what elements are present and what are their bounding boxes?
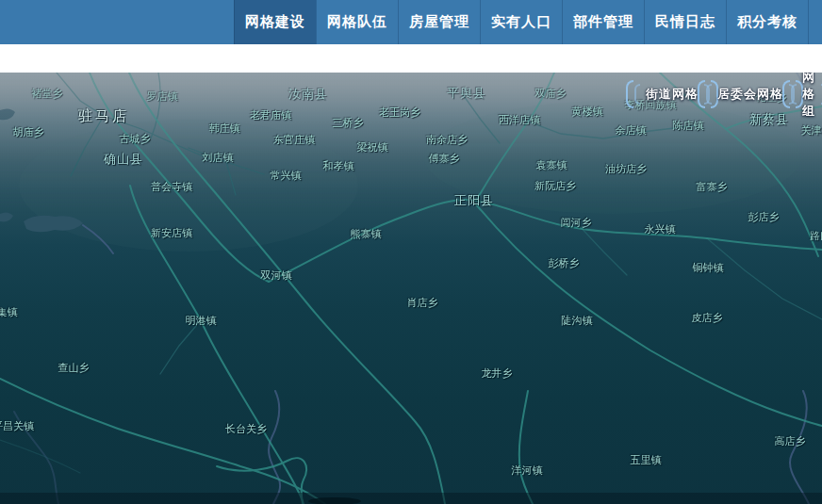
- town-label-27: 普会寺镇: [151, 180, 192, 194]
- town-label-4: 韩庄镇: [209, 122, 240, 136]
- grid-group-button[interactable]: 网格组: [782, 80, 822, 108]
- town-label-5: 老君庙镇: [250, 108, 291, 122]
- town-label-31: 闾河乡: [561, 216, 592, 230]
- town-label-47: 五里镇: [631, 453, 662, 467]
- nav-tabs: 网格建设网格队伍房屋管理实有人口部件管理民情日志积分考核: [234, 0, 809, 44]
- town-label-30: 双河镇: [261, 268, 292, 283]
- town-label-44: 平昌关镇: [0, 419, 34, 433]
- town-label-8: 常兴镇: [271, 169, 302, 183]
- county-label-4: 新蔡县: [749, 111, 789, 128]
- nav-tab-2[interactable]: 房屋管理: [398, 0, 480, 44]
- town-label-10: 梁祝镇: [357, 140, 388, 154]
- town-label-23: 袁寨镇: [536, 158, 567, 172]
- hud-bracket-left-icon: [698, 80, 705, 108]
- town-label-38: 明港镇: [186, 314, 217, 328]
- grid-group-button-label: 网格组: [797, 73, 820, 120]
- town-label-41: 皮店乡: [692, 311, 723, 325]
- town-label-37: 肖店乡: [407, 296, 438, 310]
- county-label-3: 正阳县: [454, 192, 494, 209]
- hud-bracket-left-icon: [634, 84, 640, 105]
- town-label-22: 关津乡: [801, 123, 822, 138]
- town-label-15: 西洋店镇: [499, 113, 540, 127]
- town-label-20: 余店镇: [616, 123, 647, 138]
- town-label-28: 新安店镇: [151, 226, 192, 240]
- town-label-32: 永兴镇: [645, 222, 676, 236]
- city-label-0: 驻马店: [78, 107, 129, 125]
- hud-bracket-left-icon: [706, 84, 712, 105]
- committee-grid-button-label: 居委会网格: [713, 86, 788, 103]
- town-label-39: 邢集镇: [0, 305, 18, 319]
- nav-tab-6[interactable]: 积分考核: [726, 0, 809, 44]
- town-label-2: 胡庙乡: [13, 125, 44, 139]
- town-label-17: 黄楼镇: [572, 105, 603, 119]
- town-label-26: 富寨乡: [697, 180, 728, 194]
- town-label-6: 刘店镇: [203, 151, 234, 165]
- nav-tab-1[interactable]: 网格队伍: [316, 0, 398, 44]
- hud-bracket-left-icon: [791, 84, 797, 105]
- town-label-0: 褚堂乡: [32, 87, 63, 101]
- hud-bracket-left-icon: [782, 80, 790, 108]
- town-label-11: 三桥乡: [333, 116, 364, 130]
- nav-tab-0[interactable]: 网格建设: [234, 0, 316, 44]
- county-label-2: 平舆县: [447, 85, 486, 102]
- town-label-42: 查山乡: [58, 361, 90, 375]
- nav-tab-5[interactable]: 民情日志: [644, 0, 726, 44]
- nav-tab-4[interactable]: 部件管理: [562, 0, 644, 44]
- street-grid-button-label: 街道网格: [641, 86, 703, 103]
- town-label-29: 熊寨镇: [351, 227, 382, 241]
- town-label-48: 高店乡: [775, 434, 806, 448]
- town-label-3: 古城乡: [120, 132, 151, 146]
- county-label-0: 确山县: [104, 151, 143, 168]
- town-label-21: 陈店镇: [673, 119, 704, 133]
- nav-tab-3[interactable]: 实有人口: [480, 0, 562, 44]
- town-label-9: 和孝镇: [323, 159, 354, 173]
- town-label-45: 长台关乡: [225, 422, 267, 436]
- town-label-43: 龙井乡: [482, 366, 513, 381]
- town-label-7: 东官庄镇: [273, 133, 315, 147]
- town-label-25: 新阮店乡: [534, 179, 576, 193]
- town-label-16: 双庙乡: [535, 87, 567, 101]
- town-label-34: 路口: [810, 229, 822, 243]
- town-label-24: 油坊店乡: [605, 162, 647, 176]
- county-label-1: 汝南县: [288, 86, 328, 103]
- town-label-33: 彭店乡: [748, 210, 780, 224]
- town-label-12: 老王岗乡: [379, 106, 420, 120]
- town-label-14: 傅寨乡: [429, 152, 460, 166]
- town-label-1: 罗店镇: [147, 89, 178, 104]
- town-label-40: 陡沟镇: [562, 314, 593, 328]
- top-navbar: 网格建设网格队伍房屋管理实有人口部件管理民情日志积分考核: [0, 0, 822, 44]
- town-label-36: 铜钟镇: [693, 261, 724, 275]
- town-label-46: 洋河镇: [512, 463, 543, 478]
- town-label-35: 彭桥乡: [549, 256, 580, 270]
- map-canvas[interactable]: 驻马店确山县汝南县平舆县正阳县新蔡县褚堂乡罗店镇胡庙乡古城乡韩庄镇老君庙镇刘店镇…: [0, 73, 822, 504]
- hud-bracket-left-icon: [626, 80, 633, 108]
- navbar-map-divider: [0, 44, 822, 73]
- town-label-13: 南余店乡: [426, 133, 468, 147]
